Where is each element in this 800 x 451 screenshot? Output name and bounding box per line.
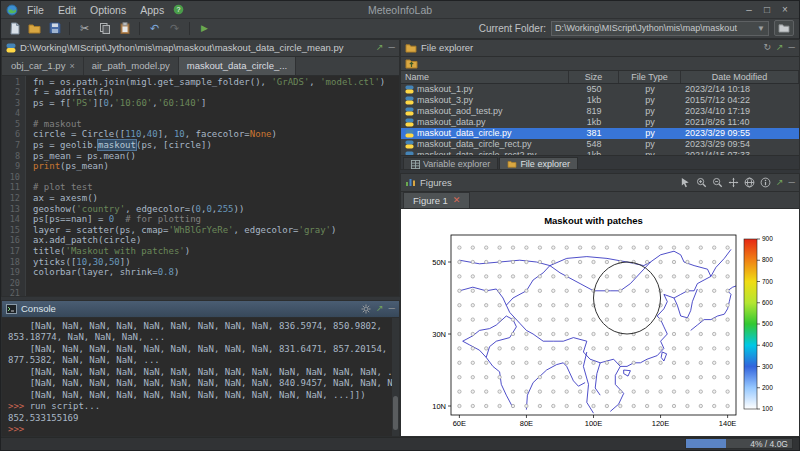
line-number: 2 (2, 87, 20, 98)
data-point (592, 274, 595, 277)
parent-folder-icon[interactable] (405, 58, 418, 69)
menu-edit[interactable]: Edit (51, 3, 83, 17)
data-point (565, 274, 568, 277)
editor-tab[interactable]: obj_car_1.py× (3, 57, 84, 75)
identify-info-icon[interactable] (760, 177, 771, 188)
float-panel-icon[interactable]: ↗ (776, 178, 784, 187)
data-point (565, 389, 568, 392)
data-point (511, 375, 514, 378)
memory-indicator[interactable]: 4% / 4.0G (685, 438, 793, 449)
data-point (552, 332, 555, 335)
line-number: 12 (2, 193, 20, 204)
data-point (498, 346, 501, 349)
memory-usage-label: 4% / 4.0G (686, 439, 788, 449)
minimize-panel-icon[interactable]: ─ (389, 304, 395, 313)
full-extent-globe-icon[interactable] (744, 177, 755, 188)
paste-button[interactable] (116, 20, 133, 36)
data-point (552, 346, 555, 349)
run-script-button[interactable]: ▶ (196, 20, 213, 36)
refresh-icon[interactable]: ↻ (764, 43, 772, 52)
console-scrollbar[interactable] (392, 318, 399, 436)
zoom-out-icon[interactable] (712, 177, 723, 188)
code-line: print(ps_mean) (33, 161, 399, 172)
tab-variable-explorer[interactable]: Variable explorer (403, 157, 498, 170)
file-date: 2023/3/29 09:54 (681, 139, 799, 150)
figure-canvas[interactable]: Maskout with patches60E80E100E120E140E10… (401, 209, 799, 436)
minimize-button[interactable]: – (740, 4, 758, 15)
maximize-button[interactable]: □ (758, 4, 776, 15)
menu-file[interactable]: File (20, 3, 51, 17)
redo-button[interactable]: ↷ (166, 20, 183, 36)
code-line: ax = axesm() (33, 193, 399, 204)
figure-tab[interactable]: Figure 1 ✕ (403, 192, 470, 208)
data-point (645, 375, 648, 378)
browse-folder-button[interactable] (774, 20, 794, 36)
zoom-in-icon[interactable] (696, 177, 707, 188)
chevron-down-icon[interactable]: ▼ (757, 24, 765, 33)
table-row[interactable]: maskout_3.py1kbpy2015/7/12 04:22 (401, 95, 799, 106)
column-header[interactable]: Size (569, 71, 619, 83)
data-point (659, 332, 662, 335)
float-panel-icon[interactable]: ↗ (776, 43, 784, 52)
x-tick-label: 100E (585, 419, 603, 428)
console-icon (6, 304, 17, 314)
open-file-button[interactable] (26, 20, 43, 36)
editor-tab[interactable]: air_path_model.py (84, 57, 179, 75)
table-row[interactable]: maskout_data.py1kbpy2021/8/26 11:40 (401, 117, 799, 128)
data-point (578, 317, 581, 320)
table-row[interactable]: maskout_1.py950py2023/2/14 10:18 (401, 84, 799, 95)
colorbar-tick-label: 800 (762, 256, 773, 263)
colorbar-tick-label: 200 (762, 383, 773, 390)
column-header[interactable]: Date Modified (681, 71, 799, 83)
data-point (699, 361, 702, 364)
minimize-panel-icon[interactable]: ─ (789, 178, 795, 187)
undo-button[interactable]: ↶ (146, 20, 163, 36)
code-line (33, 278, 399, 289)
close-button[interactable]: × (776, 4, 794, 15)
figure-background (401, 209, 799, 436)
chart-title: Maskout with patches (544, 215, 643, 226)
column-header[interactable]: File Type (619, 71, 681, 83)
minimize-panel-icon[interactable]: ─ (789, 43, 795, 52)
menu-options[interactable]: Options (83, 3, 133, 17)
minimize-panel-icon[interactable]: ─ (389, 43, 395, 52)
current-folder-combobox[interactable]: D:\Working\MIScript\Jython\mis\map\masko… (551, 21, 769, 36)
editor-file-path: D:\Working\MIScript\Jython\mis\map\masko… (20, 42, 343, 53)
editor-tab[interactable]: maskout_data_circle_... (179, 57, 296, 75)
float-panel-icon[interactable]: ↗ (376, 43, 384, 52)
data-point (645, 245, 648, 248)
data-point (726, 245, 729, 248)
copy-button[interactable] (96, 20, 113, 36)
table-row[interactable]: maskout_data_circle.py381py2023/3/29 09:… (401, 128, 799, 139)
pointer-icon[interactable] (680, 177, 691, 188)
console-output[interactable]: [NaN, NaN, NaN, NaN, NaN, NaN, NaN, NaN,… (2, 318, 399, 436)
y-tick-label: 50N (432, 257, 446, 266)
pan-hand-icon[interactable] (728, 177, 739, 188)
menu-apps[interactable]: Apps (133, 3, 171, 17)
table-row[interactable]: maskout_aod_test.py819py2023/4/10 17:19 (401, 106, 799, 117)
editor-code[interactable]: fn = os.path.join(migl.get_sample_folder… (26, 76, 399, 296)
code-editor[interactable]: 123456789101112131415161718192021 fn = o… (2, 76, 399, 296)
data-point (713, 274, 716, 277)
cut-button[interactable]: ✂ (76, 20, 93, 36)
tab-close-icon[interactable]: ✕ (453, 195, 461, 205)
scrollbar-thumb[interactable] (393, 396, 398, 430)
data-point (552, 260, 555, 263)
new-file-button[interactable] (6, 20, 23, 36)
menu-help-icon[interactable]: ? (173, 4, 184, 15)
tab-file-explorer[interactable]: File explorer (499, 157, 578, 170)
settings-gear-icon[interactable] (361, 304, 371, 314)
data-point (605, 375, 608, 378)
float-panel-icon[interactable]: ↗ (376, 304, 384, 313)
data-point (538, 332, 541, 335)
data-point (632, 289, 635, 292)
data-point (592, 404, 595, 407)
data-point (471, 289, 474, 292)
data-point (498, 317, 501, 320)
tab-close-icon[interactable]: × (69, 61, 74, 71)
data-point (511, 274, 514, 277)
column-header[interactable]: Name (401, 71, 569, 83)
save-button[interactable] (46, 20, 63, 36)
table-row[interactable]: maskout_data_circle_rect.py548py2023/3/2… (401, 139, 799, 150)
data-point (686, 303, 689, 306)
